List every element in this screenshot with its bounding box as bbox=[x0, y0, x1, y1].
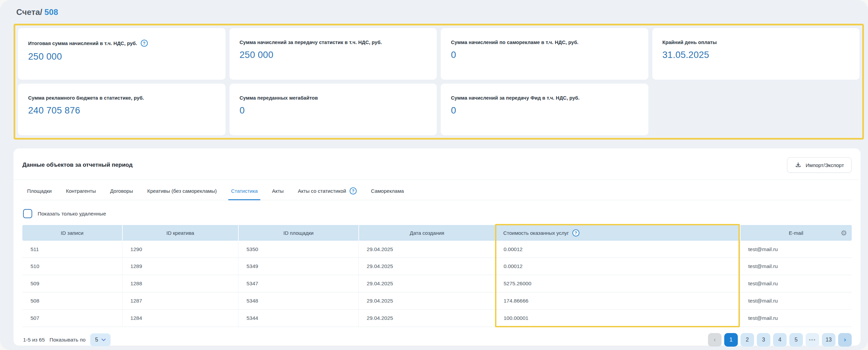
card-payment-deadline: Крайний день оплаты 31.05.2025 bbox=[652, 28, 860, 80]
table-row[interactable]: 507 1284 5344 29.04.2025 100.00001 test@… bbox=[22, 310, 852, 327]
download-icon bbox=[795, 162, 802, 168]
card-label: Крайний день оплаты bbox=[663, 40, 717, 45]
card-label: Итоговая сумма начислений в т.ч. НДС, ру… bbox=[28, 41, 137, 46]
chevron-left-icon: ‹ bbox=[714, 336, 716, 343]
per-page-select[interactable]: 5 bbox=[90, 333, 111, 346]
card-value: 31.05.2025 bbox=[663, 50, 850, 60]
page-button-5[interactable]: 5 bbox=[789, 333, 803, 347]
tabs-bar: Площадки Контрагенты Договоры Креативы (… bbox=[22, 186, 852, 200]
section-title: Данные объектов за отчетный период bbox=[22, 162, 133, 168]
tab-statistika[interactable]: Статистика bbox=[231, 186, 258, 200]
report-objects-panel: Данные объектов за отчетный период Импор… bbox=[14, 148, 861, 346]
page-button-4[interactable]: 4 bbox=[773, 333, 787, 347]
empty-card-slot bbox=[652, 84, 860, 135]
next-page-button[interactable]: › bbox=[838, 333, 852, 347]
tab-kreativy[interactable]: Креативы (без саморекламы) bbox=[147, 186, 217, 200]
card-ad-budget: Сумма рекламного бюджета в статистике, р… bbox=[18, 84, 225, 135]
prev-page-button[interactable]: ‹ bbox=[708, 333, 722, 347]
statistics-table-wrap: ID записи ID креатива ID площадки Дата с… bbox=[22, 225, 852, 327]
card-label: Сумма начислений за передачу Фид в т.ч. … bbox=[451, 95, 579, 101]
tab-dogovory[interactable]: Договоры bbox=[110, 186, 133, 200]
divider bbox=[14, 180, 861, 180]
statistics-table: ID записи ID креатива ID площадки Дата с… bbox=[22, 225, 852, 327]
page-button-3[interactable]: 3 bbox=[757, 333, 770, 347]
help-icon[interactable]: ? bbox=[350, 187, 357, 194]
tab-akty-so-statistikoy[interactable]: Акты со статистикой ? bbox=[298, 186, 357, 200]
show-deleted-checkbox[interactable] bbox=[23, 209, 32, 218]
card-label: Сумма начислений по саморекламе в т.ч. Н… bbox=[451, 40, 578, 45]
col-header-cost[interactable]: Стоимость оказанных услуг ? bbox=[495, 225, 740, 241]
card-megabytes: Сумма переданных мегабайтов 0 bbox=[230, 84, 437, 135]
page-button-13[interactable]: 13 bbox=[822, 333, 835, 347]
card-label: Сумма переданных мегабайтов bbox=[240, 95, 318, 101]
per-page-value: 5 bbox=[95, 337, 98, 343]
card-label: Сумма рекламного бюджета в статистике, р… bbox=[28, 95, 144, 101]
per-page-label: Показывать по bbox=[50, 337, 85, 343]
card-label: Сумма начислений за передачу статистик в… bbox=[240, 40, 382, 45]
tab-ploshchadki[interactable]: Площадки bbox=[27, 186, 52, 200]
table-row[interactable]: 510 1289 5349 29.04.2025 0.00012 test@ma… bbox=[22, 258, 852, 275]
col-header-platform-id[interactable]: ID площадки bbox=[238, 225, 358, 241]
page-button-2[interactable]: 2 bbox=[741, 333, 754, 347]
breadcrumb-invoices: Счета/ bbox=[16, 7, 42, 17]
tab-akty[interactable]: Акты bbox=[272, 186, 283, 200]
table-row[interactable]: 511 1290 5350 29.04.2025 0.00012 test@ma… bbox=[22, 241, 852, 258]
card-value: 0 bbox=[240, 105, 427, 116]
card-self-promotion: Сумма начислений по саморекламе в т.ч. Н… bbox=[441, 28, 648, 80]
col-header-created-date[interactable]: Дата создания bbox=[358, 225, 495, 241]
chevron-right-icon: › bbox=[844, 336, 846, 343]
card-value: 250 000 bbox=[240, 50, 427, 60]
summary-highlight-box: Итоговая сумма начислений в т.ч. НДС, ру… bbox=[14, 24, 864, 140]
col-header-email[interactable]: E-mail ⚙ bbox=[740, 225, 852, 241]
invoice-page: Счета/508 Итоговая сумма начислений в т.… bbox=[0, 0, 868, 350]
summary-cards-grid: Итоговая сумма начислений в т.ч. НДС, ру… bbox=[18, 28, 860, 135]
page-title: Счета/508 bbox=[16, 7, 864, 17]
import-export-button[interactable]: Импорт/Экспорт bbox=[787, 157, 852, 173]
table-row[interactable]: 509 1288 5347 29.04.2025 5275.26000 test… bbox=[22, 275, 852, 292]
gear-icon[interactable]: ⚙ bbox=[841, 229, 847, 236]
help-icon[interactable]: ? bbox=[141, 40, 148, 47]
card-feed-transfer: Сумма начислений за передачу Фид в т.ч. … bbox=[441, 84, 648, 135]
pagination: ‹ 1 2 3 4 5 ••• 13 › bbox=[708, 333, 852, 347]
table-header-row: ID записи ID креатива ID площадки Дата с… bbox=[22, 225, 852, 241]
show-deleted-label: Показать только удаленные bbox=[38, 211, 106, 217]
card-value: 0 bbox=[451, 50, 638, 60]
rows-range-text: 1-5 из 65 bbox=[23, 337, 45, 343]
chevron-down-icon bbox=[101, 338, 106, 342]
card-total-accruals: Итоговая сумма начислений в т.ч. НДС, ру… bbox=[18, 28, 225, 80]
page-button-1[interactable]: 1 bbox=[724, 333, 738, 347]
tab-samoreklama[interactable]: Самореклама bbox=[371, 186, 404, 200]
tab-kontragenty[interactable]: Контрагенты bbox=[66, 186, 96, 200]
invoice-number: 508 bbox=[44, 7, 58, 17]
card-value: 240 705 876 bbox=[28, 105, 215, 116]
card-value: 0 bbox=[451, 105, 638, 116]
table-row[interactable]: 508 1287 5348 29.04.2025 174.86666 test@… bbox=[22, 292, 852, 310]
col-header-creative-id[interactable]: ID креатива bbox=[122, 225, 238, 241]
help-icon[interactable]: ? bbox=[572, 229, 579, 236]
card-statistics-transfer: Сумма начислений за передачу статистик в… bbox=[230, 28, 437, 80]
import-export-label: Импорт/Экспорт bbox=[806, 162, 844, 168]
col-header-record-id[interactable]: ID записи bbox=[22, 225, 122, 241]
card-value: 250 000 bbox=[28, 52, 215, 62]
page-ellipsis[interactable]: ••• bbox=[806, 333, 819, 347]
